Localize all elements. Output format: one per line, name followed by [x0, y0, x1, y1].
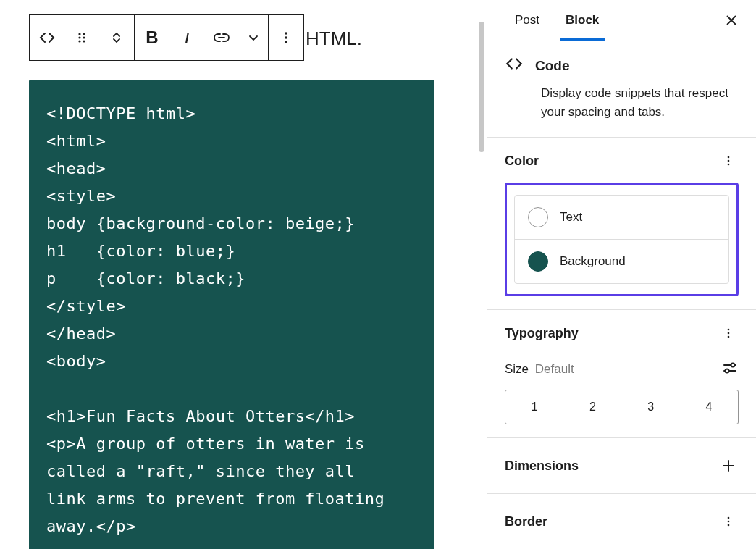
- background-color-swatch: [528, 251, 548, 272]
- svg-point-0: [78, 33, 80, 35]
- svg-point-7: [285, 36, 287, 39]
- more-vertical-icon: [277, 29, 295, 46]
- color-text-row[interactable]: Text: [515, 196, 728, 239]
- font-size-row: Size Default: [505, 359, 739, 380]
- panel-typography-title: Typography: [505, 326, 579, 341]
- drag-icon: [73, 29, 91, 46]
- code-block-content[interactable]: <!DOCTYPE html> <html> <head> <style> bo…: [29, 80, 434, 549]
- more-format-button[interactable]: [239, 15, 268, 60]
- move-buttons[interactable]: [99, 15, 134, 60]
- close-icon: [723, 12, 739, 28]
- italic-button[interactable]: I: [169, 15, 204, 60]
- plus-icon: [720, 457, 737, 474]
- more-vertical-icon: [721, 326, 736, 340]
- svg-point-17: [728, 517, 730, 519]
- bold-button[interactable]: B: [135, 15, 169, 60]
- svg-point-8: [285, 41, 287, 43]
- tab-block[interactable]: Block: [553, 0, 612, 41]
- panel-typography-options[interactable]: [718, 323, 739, 343]
- panel-border-title: Border: [505, 514, 547, 529]
- toolbar-group-block: [30, 15, 135, 60]
- font-size-option-3[interactable]: 3: [622, 390, 680, 424]
- color-background-row[interactable]: Background: [515, 239, 728, 283]
- panel-dimensions-add[interactable]: [718, 456, 739, 476]
- panel-color: Color Text Background: [487, 138, 756, 310]
- svg-point-11: [728, 164, 730, 166]
- svg-point-19: [728, 524, 730, 527]
- toolbar-group-format: B I: [135, 15, 269, 60]
- svg-point-4: [78, 40, 80, 42]
- code-block-icon: [505, 54, 524, 77]
- svg-point-3: [83, 36, 85, 38]
- svg-point-13: [728, 332, 730, 335]
- custom-size-button[interactable]: [721, 359, 739, 380]
- svg-point-18: [728, 521, 730, 523]
- link-icon: [213, 29, 230, 46]
- editor-scroll-thumb[interactable]: [479, 22, 484, 152]
- panel-color-options[interactable]: [718, 151, 739, 171]
- panel-typography: Typography Size Default 1 2 3 4: [487, 310, 756, 438]
- color-background-label: Background: [560, 254, 626, 269]
- color-text-label: Text: [560, 210, 582, 225]
- trailing-text: HTML.: [306, 28, 362, 50]
- settings-sidebar: Post Block Code Display code snippets th…: [487, 0, 756, 549]
- chevron-down-icon: [245, 29, 262, 46]
- block-info-description: Display code snippets that respect your …: [505, 84, 739, 121]
- link-button[interactable]: [204, 15, 239, 60]
- svg-point-5: [83, 40, 85, 42]
- options-button[interactable]: [269, 15, 303, 60]
- panel-border[interactable]: Border: [487, 494, 756, 549]
- block-info-title: Code: [535, 58, 570, 74]
- text-color-swatch: [528, 207, 548, 227]
- panel-dimensions-title: Dimensions: [505, 458, 579, 474]
- code-brackets-icon: [38, 29, 56, 46]
- block-type-button[interactable]: [30, 15, 64, 60]
- tab-post[interactable]: Post: [502, 0, 553, 41]
- svg-point-9: [728, 156, 730, 159]
- svg-point-10: [728, 160, 730, 162]
- svg-point-16: [726, 369, 729, 373]
- svg-point-1: [83, 33, 85, 35]
- svg-point-15: [731, 364, 735, 367]
- drag-handle-button[interactable]: [64, 15, 99, 60]
- more-vertical-icon: [721, 154, 736, 168]
- font-size-label: Size Default: [505, 362, 574, 377]
- block-info: Code Display code snippets that respect …: [487, 41, 756, 138]
- panel-border-options[interactable]: [718, 511, 739, 532]
- toolbar-group-more: [269, 15, 303, 60]
- svg-point-2: [78, 36, 80, 38]
- editor-area: B I HTML. <!DOCTYPE html> <html> <head> …: [0, 0, 487, 549]
- color-settings-highlight: Text Background: [505, 183, 739, 296]
- font-size-option-4[interactable]: 4: [680, 390, 738, 424]
- panel-dimensions[interactable]: Dimensions: [487, 438, 756, 494]
- svg-point-14: [728, 336, 730, 338]
- sliders-icon: [721, 359, 739, 377]
- font-size-option-1[interactable]: 1: [505, 390, 563, 424]
- chevron-up-down-icon: [108, 29, 125, 46]
- font-size-options: 1 2 3 4: [505, 390, 739, 424]
- block-toolbar: B I: [29, 14, 304, 61]
- sidebar-tabs: Post Block: [487, 0, 756, 41]
- color-list: Text Background: [514, 195, 729, 284]
- close-sidebar-button[interactable]: [718, 7, 744, 33]
- editor-scroll-track: [476, 0, 487, 549]
- svg-point-12: [728, 329, 730, 331]
- panel-color-title: Color: [505, 154, 539, 169]
- more-vertical-icon: [721, 514, 736, 529]
- svg-point-6: [285, 32, 287, 35]
- font-size-option-2[interactable]: 2: [563, 390, 621, 424]
